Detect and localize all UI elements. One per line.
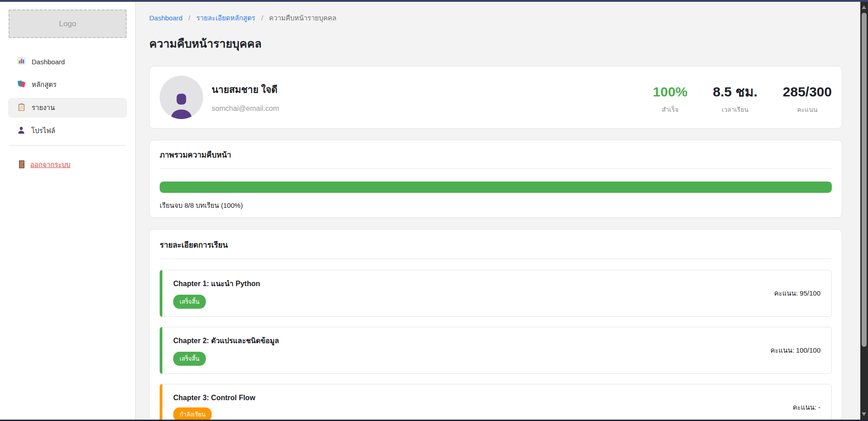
stat-value: 100% xyxy=(653,84,688,100)
page-title: ความคืบหน้ารายบุคคล xyxy=(149,35,842,52)
window-top-edge xyxy=(0,0,868,2)
chapter-title: Chapter 2: ตัวแปรและชนิดข้อมูล xyxy=(173,335,279,346)
logout-label: ออกจากระบบ xyxy=(30,159,71,170)
avatar xyxy=(160,76,203,119)
progress-caption: เรียนจบ 8/8 บทเรียน (100%) xyxy=(160,200,832,211)
books-icon xyxy=(17,80,26,90)
learning-details-card: รายละเอียดการเรียน Chapter 1: แนะนำ Pyth… xyxy=(149,229,842,420)
breadcrumb: Dashboard / รายละเอียดหลักสูตร / ความคืบ… xyxy=(149,13,842,24)
stat-completion: 100% สำเร็จ xyxy=(653,84,688,115)
chapter-main: Chapter 2: ตัวแปรและชนิดข้อมูล เสร็จสิ้น xyxy=(173,335,279,366)
stat-study-time: 8.5 ชม. เวลาเรียน xyxy=(713,84,758,115)
sidebar-item-reports[interactable]: รายงาน xyxy=(8,98,127,118)
vertical-scrollbar[interactable] xyxy=(860,2,868,420)
person-silhouette-icon xyxy=(170,93,193,119)
stat-score: 285/300 คะแนน xyxy=(783,84,832,115)
sidebar-item-label: Dashboard xyxy=(32,58,65,66)
sidebar-nav: Dashboard หลักสูตร xyxy=(0,52,135,141)
status-badge: กำลังเรียน xyxy=(173,407,212,420)
divider xyxy=(160,168,832,169)
scrollbar-up-arrow[interactable] xyxy=(862,5,866,9)
chapter-score: คะแนน: - xyxy=(792,402,821,413)
chapter-list: Chapter 1: แนะนำ Python เสร็จสิ้น คะแนน:… xyxy=(160,270,832,420)
stat-label: เวลาเรียน xyxy=(722,105,749,115)
stat-label: สำเร็จ xyxy=(662,105,678,115)
status-badge: เสร็จสิ้น xyxy=(173,295,206,309)
sidebar-item-label: รายงาน xyxy=(32,102,55,113)
sidebar-item-courses[interactable]: หลักสูตร xyxy=(8,75,127,95)
logo-placeholder: Logo xyxy=(9,10,127,38)
divider xyxy=(160,258,832,259)
student-name: นายสมชาย ใจดี xyxy=(212,82,279,97)
progress-bar-fill xyxy=(160,182,832,193)
breadcrumb-separator: / xyxy=(261,14,263,22)
sidebar: Logo Dashboard หลักสูตร xyxy=(0,2,136,420)
main-content: Dashboard / รายละเอียดหลักสูตร / ความคืบ… xyxy=(136,2,860,420)
chapter-item-3: Chapter 3: Control Flow กำลังเรียน คะแนน… xyxy=(160,384,832,420)
chapter-score: คะแนน: 95/100 xyxy=(774,288,821,299)
sidebar-item-dashboard[interactable]: Dashboard xyxy=(8,52,127,72)
scrollbar-down-arrow[interactable] xyxy=(862,412,866,416)
student-info: นายสมชาย ใจดี somchai@email.com xyxy=(212,82,279,113)
sidebar-item-label: โปรไฟล์ xyxy=(31,125,55,136)
chapter-main: Chapter 3: Control Flow กำลังเรียน xyxy=(173,394,255,420)
scrollbar-thumb[interactable] xyxy=(862,13,867,347)
chapter-item-1: Chapter 1: แนะนำ Python เสร็จสิ้น คะแนน:… xyxy=(160,270,832,317)
chapter-main: Chapter 1: แนะนำ Python เสร็จสิ้น xyxy=(173,278,260,309)
logo-text: Logo xyxy=(59,19,76,29)
stat-value: 285/300 xyxy=(783,84,832,100)
chapter-title: Chapter 1: แนะนำ Python xyxy=(173,278,260,289)
sidebar-item-label: หลักสูตร xyxy=(32,79,57,90)
logout-link[interactable]: ออกจากระบบ xyxy=(18,159,135,170)
student-email: somchai@email.com xyxy=(212,105,279,113)
breadcrumb-course-detail[interactable]: รายละเอียดหลักสูตร xyxy=(196,14,255,22)
overview-title: ภาพรวมความคืบหน้า xyxy=(160,150,832,160)
person-icon xyxy=(17,126,25,136)
breadcrumb-current: ความคืบหน้ารายบุคคล xyxy=(269,14,337,22)
clipboard-icon xyxy=(17,103,26,113)
progress-bar-track xyxy=(160,182,832,193)
door-icon xyxy=(18,160,25,170)
chapter-title: Chapter 3: Control Flow xyxy=(173,394,255,402)
breadcrumb-dashboard[interactable]: Dashboard xyxy=(149,14,182,22)
bar-chart-icon xyxy=(17,57,26,67)
student-stats: 100% สำเร็จ 8.5 ชม. เวลาเรียน 285/300 คะ… xyxy=(653,80,832,115)
chapter-score: คะแนน: 100/100 xyxy=(770,345,821,356)
sidebar-item-profile[interactable]: โปรไฟล์ xyxy=(8,121,127,141)
student-summary-card: นายสมชาย ใจดี somchai@email.com 100% สำเ… xyxy=(149,66,842,129)
sidebar-divider xyxy=(9,145,126,146)
details-title: รายละเอียดการเรียน xyxy=(160,240,832,250)
breadcrumb-separator: / xyxy=(189,14,190,22)
stat-value: 8.5 ชม. xyxy=(713,84,758,100)
status-badge: เสร็จสิ้น xyxy=(173,352,206,366)
chapter-item-2: Chapter 2: ตัวแปรและชนิดข้อมูล เสร็จสิ้น… xyxy=(160,327,832,374)
stat-label: คะแนน xyxy=(797,105,817,115)
progress-overview-card: ภาพรวมความคืบหน้า เรียนจบ 8/8 บทเรียน (1… xyxy=(149,140,842,218)
